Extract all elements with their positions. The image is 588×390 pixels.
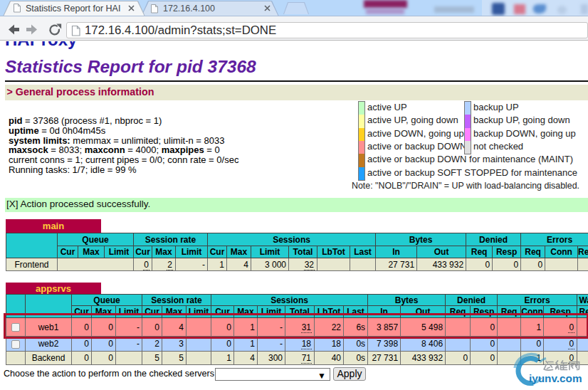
- svg-text:iyunv.com: iyunv.com: [529, 372, 582, 384]
